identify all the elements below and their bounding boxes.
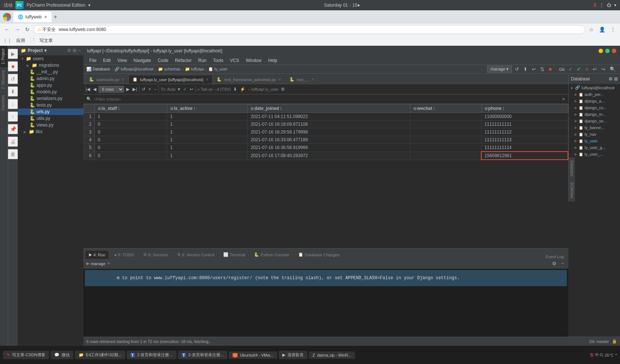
row-is-staff-5[interactable]: 0: [95, 144, 167, 152]
close-window-btn[interactable]: [612, 49, 616, 53]
db-table-ly-user-other[interactable]: ▶ 📋 ly_user_...: [569, 151, 620, 157]
rows-per-page-select[interactable]: 6 rows 10 rows 50 rows: [99, 86, 124, 93]
row-phone-3[interactable]: 11111111112: [481, 128, 568, 136]
minimize-window-btn[interactable]: [599, 49, 603, 53]
menu-help[interactable]: Help: [265, 57, 280, 64]
tree-item-utils[interactable]: 🐍 utils.py: [18, 115, 83, 122]
maximize-window-btn[interactable]: [605, 49, 610, 53]
db-table-ly-nav[interactable]: ▶ 📋 ly_nav: [569, 131, 620, 138]
browser-tab-active[interactable]: 🌐 luffyweb ✕: [13, 12, 52, 22]
row-phone-6[interactable]: 15609612961: [481, 152, 568, 160]
browser-menu-icon[interactable]: ⋮: [609, 26, 617, 33]
tab-urls-py[interactable]: 🐍 users/urls.py ✕: [85, 75, 128, 84]
run-settings-btn[interactable]: ⚙: [551, 260, 558, 267]
row-is-staff-2[interactable]: 0: [95, 121, 167, 128]
col-phone[interactable]: ⊞phone :: [481, 104, 568, 113]
taskbar-item-winrar[interactable]: Z daima.zip - WinR...: [309, 351, 355, 359]
git-redo-btn[interactable]: ↪: [600, 66, 607, 73]
step-over-btn[interactable]: ⬇: [8, 86, 18, 97]
user-account-icon[interactable]: 👤: [597, 26, 607, 33]
reload-btn[interactable]: ↺: [141, 86, 146, 93]
tree-item-urls[interactable]: 🐍 urls.py: [18, 108, 83, 115]
git-circle-btn[interactable]: ○: [584, 66, 590, 73]
tree-item-init[interactable]: 🐍 __init__.py: [18, 69, 83, 75]
tab-close-rest-other[interactable]: ✕: [311, 77, 314, 82]
tab-close-urls[interactable]: ✕: [121, 77, 124, 82]
step-out-btn[interactable]: ↑: [8, 111, 18, 122]
db-table-auth-per[interactable]: ▶ 📋 auth_per...: [569, 91, 620, 98]
table-settings-btn[interactable]: ⚙: [280, 86, 286, 93]
run-tab-todo[interactable]: ● 6: TODO: [110, 250, 138, 259]
db-table-django-co[interactable]: ▶ 📋 django_co...: [569, 104, 620, 111]
address-bar[interactable]: ⚠ 不安全 www.luffyweb.com:8080: [33, 25, 585, 34]
row-phone-1[interactable]: 11000000000: [481, 113, 568, 121]
menu-refactor[interactable]: Refactor: [172, 57, 194, 64]
bookmark-star[interactable]: ☆: [588, 26, 595, 33]
taskbar-item-word2[interactable]: T 2-首页和登录注册...: [178, 351, 228, 359]
row-is-staff-4[interactable]: 0: [95, 136, 167, 144]
row-is-active-2[interactable]: 1: [167, 121, 247, 128]
row-date-joined-1[interactable]: 2021-07-11 04:11:51.098022: [248, 113, 410, 121]
taskbar-item-wechat[interactable]: 💬 微信: [51, 351, 73, 359]
tab-ly-user[interactable]: 📋 luffyapi.ly_user [luffyapi@localhost] …: [128, 75, 213, 84]
rollback-tx-btn[interactable]: ↩: [189, 86, 194, 93]
tree-item-serializers[interactable]: 🐍 serializers.py: [18, 95, 83, 102]
tab-rest-views[interactable]: 🐍 rest_framework_jwt/views.py ✕: [213, 75, 285, 84]
row-is-active-5[interactable]: 1: [167, 144, 247, 152]
structure-tab-left[interactable]: 2: Structure: [0, 67, 8, 92]
tree-item-tests[interactable]: 🐍 tests.py: [18, 102, 83, 108]
tree-item-models[interactable]: 🐍 models.py: [18, 89, 83, 95]
row-phone-2[interactable]: 11111111111: [481, 121, 568, 128]
scmview-vtab[interactable]: SCMView: [569, 179, 575, 201]
prev-page-btn[interactable]: ◀: [92, 86, 97, 93]
taskbar-item-folder[interactable]: 📁 E4工作\课件\32期...: [75, 351, 125, 359]
add-row-btn[interactable]: +: [148, 86, 152, 93]
filter-btn[interactable]: ⚡: [239, 86, 246, 93]
menu-run[interactable]: Run: [195, 57, 209, 64]
rerun-btn[interactable]: ↺: [8, 74, 18, 84]
menu-view[interactable]: View: [114, 57, 130, 64]
col-is-active[interactable]: ⊞is_active :: [167, 104, 247, 113]
row-date-joined-2[interactable]: 2021-07-16 16:18:09.871106: [248, 121, 410, 128]
pin-btn[interactable]: 📌: [8, 124, 18, 134]
menu-file[interactable]: File: [86, 57, 99, 64]
taskbar-item-word1[interactable]: T 2-首页和登录注册...: [127, 351, 176, 359]
run-tab-vcs[interactable]: ⇅ 9: Version Control: [173, 250, 218, 259]
tree-item-libs[interactable]: ▶ 📁 libs: [18, 128, 83, 135]
commit-btn[interactable]: ⬆: [522, 66, 529, 73]
event-log-label[interactable]: Event Log: [542, 254, 567, 259]
tab-rest-other[interactable]: 🐍 rest_... ✕: [285, 75, 318, 84]
back-button[interactable]: ←: [3, 26, 11, 33]
bookmark-apps[interactable]: 应用: [16, 38, 25, 44]
rollback-btn[interactable]: ↩: [530, 66, 537, 73]
taskbar-item-thunderbird[interactable]: ▶ 迅雷影音: [279, 351, 307, 359]
refresh-button[interactable]: ↻: [24, 26, 31, 33]
row-is-active-4[interactable]: 1: [167, 136, 247, 144]
row-wechat-1[interactable]: [410, 113, 482, 121]
next-page-btn[interactable]: ▶: [125, 86, 130, 93]
menu-edit[interactable]: Edit: [100, 57, 114, 64]
taskbar-item-ubuntu[interactable]: U Ubuntu64 - VMw...: [229, 351, 277, 359]
run-config-close[interactable]: ✕: [107, 261, 110, 266]
print-btn[interactable]: 🖨: [8, 136, 18, 147]
minimize-icon[interactable]: −: [78, 48, 80, 53]
git-check-btn[interactable]: ✓: [567, 66, 574, 73]
row-is-active-1[interactable]: 1: [167, 113, 247, 121]
col-wechat[interactable]: ⊞wechat :: [410, 104, 482, 113]
db-table-django-m[interactable]: ▶ 📋 django_m...: [569, 111, 620, 118]
tree-item-admin[interactable]: 🐍 admin.py: [18, 75, 83, 82]
manage-dropdown-btn[interactable]: manage ▾: [487, 66, 512, 73]
run-tab-run[interactable]: ▶ 4: Run: [85, 250, 109, 259]
db-panel-settings[interactable]: ⚙: [609, 76, 613, 82]
row-date-joined-3[interactable]: 2021-07-16 16:29:58.179998: [248, 128, 410, 136]
stop-btn-left[interactable]: ■: [8, 61, 18, 72]
menu-vcs[interactable]: VCS: [227, 57, 242, 64]
tree-item-apps[interactable]: 🐍 apps.py: [18, 82, 83, 89]
run-tab-python-console[interactable]: 🐍 Python Console: [250, 250, 293, 259]
tree-item-migrations[interactable]: ▶ 📁 migrations: [18, 62, 83, 69]
row-is-staff-6[interactable]: 0: [95, 152, 167, 160]
remove-row-btn[interactable]: −: [153, 86, 157, 93]
db-tree-host[interactable]: ▶ 🔗 luffyapi@localhost: [569, 84, 620, 91]
col-is-staff[interactable]: ⊞is_staff :: [95, 104, 167, 113]
bookmark-write-label[interactable]: 写文章: [39, 38, 53, 44]
